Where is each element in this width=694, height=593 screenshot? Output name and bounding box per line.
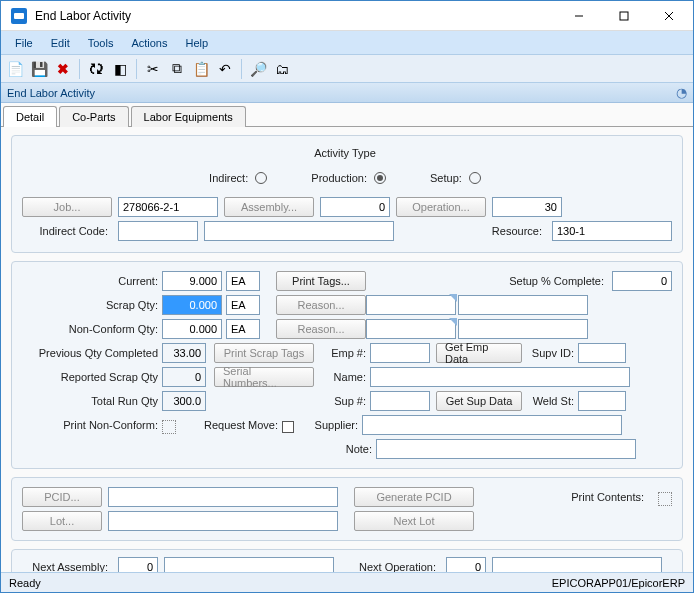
scrap-uom-field[interactable] [226,295,260,315]
resource-label: Resource: [466,225,546,237]
prev-qty-label: Previous Qty Completed [22,347,162,359]
new-icon[interactable]: 📄 [5,59,25,79]
job-field[interactable] [118,197,218,217]
nonconf-reason-button[interactable]: Reason... [276,319,366,339]
nonconf-reason-desc-field[interactable] [458,319,588,339]
toolbar: 📄 💾 ✖ 🗘 ◧ ✂ ⧉ 📋 ↶ 🔎 🗂 [1,55,693,83]
print-scrap-button[interactable]: Print Scrap Tags [214,343,314,363]
serial-button[interactable]: Serial Numbers... [214,367,314,387]
note-field[interactable] [376,439,636,459]
supvid-label: Supv ID: [526,347,578,359]
next-lot-button[interactable]: Next Lot [354,511,474,531]
attach-icon[interactable]: 🗂 [272,59,292,79]
delete-icon[interactable]: ✖ [53,59,73,79]
tab-detail[interactable]: Detail [3,106,57,127]
production-label: Production: [311,172,371,184]
supvid-field[interactable] [578,343,626,363]
pcid-button[interactable]: PCID... [22,487,102,507]
menubar: File Edit Tools Actions Help [1,31,693,55]
scrap-reason-desc-field[interactable] [458,295,588,315]
undo-icon[interactable]: ↶ [215,59,235,79]
generate-pcid-button[interactable]: Generate PCID [354,487,474,507]
emp-field[interactable] [370,343,430,363]
current-field[interactable] [162,271,222,291]
status-left: Ready [9,577,41,589]
tab-coparts[interactable]: Co-Parts [59,106,128,127]
nonconf-reason-field[interactable] [366,319,456,339]
operation-button[interactable]: Operation... [396,197,486,217]
assembly-button[interactable]: Assembly... [224,197,314,217]
printnon-check[interactable] [162,420,176,434]
next-group: Next Assembly: Next Operation: [11,549,683,572]
paste-icon[interactable]: 📋 [191,59,211,79]
statusbar: Ready EPICORAPP01/EpicorERP [1,572,693,592]
lot-field[interactable] [108,511,338,531]
cut-icon[interactable]: ✂ [143,59,163,79]
nonconf-field[interactable] [162,319,222,339]
close-button[interactable] [646,1,691,31]
setup-label: Setup: [430,172,466,184]
print-tags-button[interactable]: Print Tags... [276,271,366,291]
window-title: End Labor Activity [35,9,556,23]
operation-field[interactable] [492,197,562,217]
scrap-field[interactable] [162,295,222,315]
job-button[interactable]: Job... [22,197,112,217]
setup-complete-field[interactable] [612,271,672,291]
get-sup-button[interactable]: Get Sup Data [436,391,522,411]
repscrap-field [162,367,206,387]
menu-tools[interactable]: Tools [80,35,122,51]
nonconf-uom-field[interactable] [226,319,260,339]
menu-file[interactable]: File [7,35,41,51]
menu-help[interactable]: Help [177,35,216,51]
tab-laborequip[interactable]: Labor Equipments [131,106,246,127]
window: End Labor Activity File Edit Tools Actio… [0,0,694,593]
refresh-icon[interactable]: 🗘 [86,59,106,79]
content: Activity Type Indirect: Production: Setu… [1,127,693,572]
maximize-button[interactable] [601,1,646,31]
next-op-field[interactable] [446,557,486,572]
name-field[interactable] [370,367,630,387]
panel-help-icon[interactable]: ◔ [676,85,687,100]
get-emp-button[interactable]: Get Emp Data [436,343,522,363]
activity-group: Activity Type Indirect: Production: Setu… [11,135,683,253]
next-op-desc-field[interactable] [492,557,662,572]
scrap-reason-field[interactable] [366,295,456,315]
panel-title-text: End Labor Activity [7,87,95,99]
scrap-reason-button[interactable]: Reason... [276,295,366,315]
setup-complete-label: Setup % Complete: [509,275,608,287]
pcid-field[interactable] [108,487,338,507]
indirect-code-label: Indirect Code: [22,225,112,237]
copy-icon[interactable]: ⧉ [167,59,187,79]
current-label: Current: [22,275,162,287]
current-uom-field[interactable] [226,271,260,291]
next-asm-desc-field[interactable] [164,557,334,572]
reqmove-check[interactable] [282,421,294,433]
clear-icon[interactable]: ◧ [110,59,130,79]
next-asm-field[interactable] [118,557,158,572]
weldst-field[interactable] [578,391,626,411]
nonconf-label: Non-Conform Qty: [22,323,162,335]
panel-title: End Labor Activity ◔ [1,83,693,103]
resource-field[interactable] [552,221,672,241]
scrap-label: Scrap Qty: [22,299,162,311]
indirect-desc-field[interactable] [204,221,394,241]
sup-field[interactable] [370,391,430,411]
weldst-label: Weld St: [526,395,578,407]
assembly-field[interactable] [320,197,390,217]
indirect-radio[interactable] [255,172,267,184]
print-contents-label: Print Contents: [571,491,648,503]
menu-edit[interactable]: Edit [43,35,78,51]
indirect-code-field[interactable] [118,221,198,241]
prev-qty-field [162,343,206,363]
production-radio[interactable] [374,172,386,184]
find-icon[interactable]: 🔎 [248,59,268,79]
emp-label: Emp #: [322,347,370,359]
menu-actions[interactable]: Actions [123,35,175,51]
minimize-button[interactable] [556,1,601,31]
setup-radio[interactable] [469,172,481,184]
print-contents-check[interactable] [658,492,672,506]
tabstrip: Detail Co-Parts Labor Equipments [1,103,693,127]
lot-button[interactable]: Lot... [22,511,102,531]
save-icon[interactable]: 💾 [29,59,49,79]
supplier-field[interactable] [362,415,622,435]
